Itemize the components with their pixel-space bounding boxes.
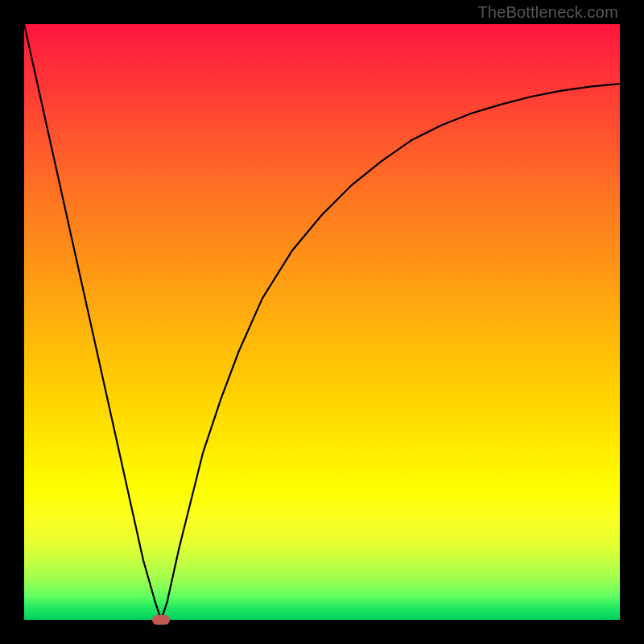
plot-area: [24, 24, 620, 620]
watermark-text: TheBottleneck.com: [477, 3, 618, 22]
bottleneck-curve: [24, 24, 620, 620]
curve-path: [24, 24, 620, 620]
minimum-marker: [152, 615, 170, 625]
chart-frame: TheBottleneck.com: [0, 0, 644, 644]
